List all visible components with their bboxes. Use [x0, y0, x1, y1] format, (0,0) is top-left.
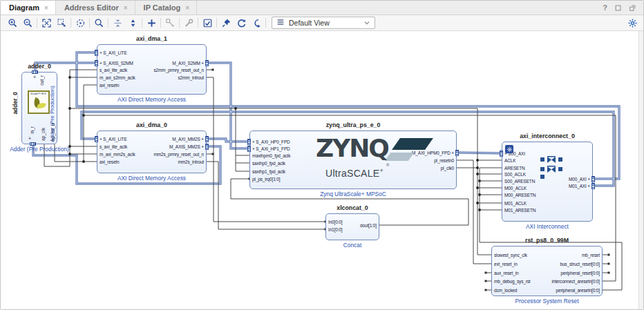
help-icon[interactable]: ?: [603, 3, 607, 12]
maximize-window-icon[interactable]: [629, 4, 636, 12]
port-axi_resetn[interactable]: axi_resetn: [100, 159, 120, 165]
expand-icon[interactable]: [125, 17, 140, 30]
port-M01_ARESETN[interactable]: M01_ARESETN: [504, 207, 536, 213]
add-ip-icon[interactable]: [144, 17, 159, 30]
interface-connection-wire[interactable]: [207, 63, 249, 148]
port-saxihp0_fpd_aclk[interactable]: saxihp0_fpd_aclk: [252, 160, 285, 166]
block-axi_interconnect_0[interactable]: + S00_AXIACLKARESETNS00_ACLKS00_ARESETNM…: [502, 142, 593, 222]
port-S_AXI_HP1_FPD[interactable]: + S_AXI_HP1_FPD: [252, 146, 290, 152]
port-pl_clk0[interactable]: pl_clk0: [441, 165, 454, 171]
port-ap_rst_n[interactable]: ap_rst_n: [50, 124, 55, 141]
float-window-icon[interactable]: [614, 4, 622, 12]
port-m_axi_s2mm_aclk[interactable]: m_axi_s2mm_aclk: [100, 75, 135, 81]
port-bus_struct_reset[0:0][interactable]: bus_struct_reset[0:0]: [560, 261, 600, 267]
port-pl_resetn0[interactable]: pl_resetn0: [434, 157, 454, 164]
port-M_AXI_MM2S[interactable]: M_AXI_MM2S +: [172, 136, 204, 142]
port-M00_AXI[interactable]: M00_AXI +: [569, 176, 590, 182]
bus-connector: [95, 60, 98, 66]
port-M_AXI_S2MM[interactable]: M_AXI_S2MM +: [172, 60, 204, 66]
port-interconnect_aresetn[0:0][interactable]: interconnect_aresetn[0:0]: [551, 278, 600, 284]
port-ap_clk[interactable]: ap_clk: [41, 128, 46, 141]
vertical-scrollbar[interactable]: [638, 31, 644, 310]
toolbar-divider: [179, 18, 180, 28]
port-M00_ACLK[interactable]: M00_ACLK: [504, 185, 527, 191]
port-peripheral_reset[0:0][interactable]: peripheral_reset[0:0]: [561, 270, 600, 276]
zoom-fit-icon[interactable]: [39, 17, 54, 30]
bus-connector: [32, 70, 38, 74]
port-ARESETN[interactable]: ARESETN: [504, 165, 525, 171]
interface-connection-wire-core[interactable]: [207, 63, 249, 148]
tab-address-editor[interactable]: Address Editor ×: [56, 1, 135, 14]
port-ext_reset_in[interactable]: ext_reset_in: [494, 261, 518, 267]
interface-connection-wire-core[interactable]: [457, 153, 502, 153]
port-s2mm_prmry_reset_out_n[interactable]: s2mm_prmry_reset_out_n: [153, 67, 204, 73]
port-aux_reset_in[interactable]: aux_reset_in: [494, 270, 518, 276]
block-xlconcat_0[interactable]: In0[0:0]In1[0:0]dout[1:0]: [325, 213, 379, 240]
port-S_AXI_HP0_FPD[interactable]: + S_AXI_HP0_FPD: [252, 139, 290, 145]
port-connector-mark: [608, 263, 610, 265]
toolbar-divider: [198, 18, 198, 28]
port-M_AXI_HPM0_FPD[interactable]: M_AXI_HPM0_FPD +: [412, 150, 454, 156]
port-S_AXI_LITE[interactable]: + S_AXI_LITE: [100, 50, 127, 56]
port-s_axi_lite_aclk[interactable]: s_axi_lite_aclk: [100, 144, 127, 150]
port-out_r[interactable]: out_r: [39, 75, 44, 86]
bus-connector: [205, 136, 209, 142]
port-mm2s_introut[interactable]: mm2s_introut: [178, 159, 204, 165]
port-axi_resetn[interactable]: axi_resetn: [100, 82, 120, 88]
interface-connection-wire-core[interactable]: [207, 139, 249, 142]
port-s_axi_lite_aclk[interactable]: s_axi_lite_aclk: [100, 67, 127, 73]
port-mb_debug_sys_rst[interactable]: mb_debug_sys_rst: [494, 278, 531, 284]
port-pl_ps_irq0[1:0][interactable]: pl_ps_irq0[1:0]: [252, 176, 280, 182]
port-m_axi_mm2s_aclk[interactable]: m_axi_mm2s_aclk: [100, 151, 135, 157]
port-dcm_locked[interactable]: dcm_locked: [494, 287, 517, 293]
close-icon[interactable]: ×: [44, 4, 48, 12]
port-dout[1:0][interactable]: dout[1:0]: [360, 222, 377, 229]
port-saxihp1_fpd_aclk[interactable]: saxihp1_fpd_aclk: [252, 168, 285, 175]
port-mm2s_prmry_reset_out_n[interactable]: mm2s_prmry_reset_out_n: [153, 151, 204, 157]
port-S_AXI_LITE[interactable]: + S_AXI_LITE: [100, 136, 127, 142]
port-peripheral_aresetn[0:0][interactable]: peripheral_aresetn[0:0]: [556, 287, 600, 293]
close-icon[interactable]: ×: [185, 4, 189, 12]
pin-icon[interactable]: [218, 17, 234, 30]
port-M01_AXI[interactable]: M01_AXI +: [569, 183, 590, 189]
port-maxihpm0_fpd_aclk[interactable]: maxihpm0_fpd_aclk: [252, 153, 290, 159]
port-In1[0:0][interactable]: In1[0:0]: [328, 226, 342, 233]
signal-wire[interactable]: [457, 160, 491, 264]
regenerate-layout-icon[interactable]: [234, 17, 249, 30]
collapse-icon[interactable]: [110, 17, 125, 30]
port-In0[0:0][interactable]: In0[0:0]: [328, 219, 342, 225]
tab-ip-catalog[interactable]: IP Catalog ×: [135, 1, 197, 14]
zoom-out-icon[interactable]: [20, 17, 35, 30]
zoom-selection-icon[interactable]: [54, 17, 69, 30]
port-S00_ARESETN[interactable]: S00_ARESETN: [504, 178, 535, 184]
block-title-zynq_ultra_ps_e_0: zynq_ultra_ps_e_0: [236, 122, 471, 128]
block-adder_0[interactable]: adder_0Adder (Pre Production)out_r+in_r+…: [21, 72, 57, 144]
port-S00_ACLK[interactable]: S00_ACLK: [504, 171, 526, 177]
interface-connection-wire[interactable]: [207, 139, 249, 142]
port-slowest_sync_clk[interactable]: slowest_sync_clk: [494, 252, 527, 258]
port-ACLK[interactable]: ACLK: [504, 157, 515, 164]
port-s2mm_introut[interactable]: s2mm_introut: [178, 75, 204, 81]
port-mb_reset[interactable]: mb_reset: [582, 252, 600, 258]
view-selector-dropdown[interactable]: Default View: [272, 17, 375, 29]
block-rst_ps8_0_99M[interactable]: slowest_sync_clkext_reset_inaux_reset_in…: [491, 246, 603, 296]
interface-ports-icon[interactable]: [249, 17, 264, 30]
tab-diagram[interactable]: Diagram ×: [1, 1, 56, 14]
port-in_r[interactable]: in_r: [30, 126, 35, 134]
block-axi_dma_1[interactable]: + S_AXI_LITE+ S_AXIS_S2MMs_axi_lite_aclk…: [97, 44, 207, 95]
zoom-in-icon[interactable]: [5, 17, 20, 30]
search-icon[interactable]: [91, 17, 106, 30]
interface-connection-wire[interactable]: [457, 153, 502, 153]
block-axi_dma_0[interactable]: + S_AXI_LITEs_axi_lite_aclkm_axi_mm2s_ac…: [97, 130, 207, 173]
close-icon[interactable]: ×: [124, 4, 128, 12]
block-zynq_ultra_ps_e_0[interactable]: + S_AXI_HP0_FPD+ S_AXI_HP1_FPDmaxihpm0_f…: [249, 130, 457, 189]
autofit-icon[interactable]: [73, 17, 88, 30]
port-S_AXIS_S2MM[interactable]: + S_AXIS_S2MM: [100, 60, 133, 66]
port-M01_ACLK[interactable]: M01_ACLK: [504, 200, 527, 206]
validate-design-icon[interactable]: [200, 17, 215, 30]
port-M00_ARESETN[interactable]: M00_ARESETN: [504, 192, 536, 198]
settings-gear-icon[interactable]: [627, 18, 639, 28]
block-customize-gear-icon[interactable]: [505, 145, 513, 153]
diagram-canvas[interactable]: adder_0Adder (Pre Production)adder_0Adde…: [1, 31, 644, 310]
port-M_AXIS_MM2S[interactable]: M_AXIS_MM2S +: [169, 144, 204, 150]
